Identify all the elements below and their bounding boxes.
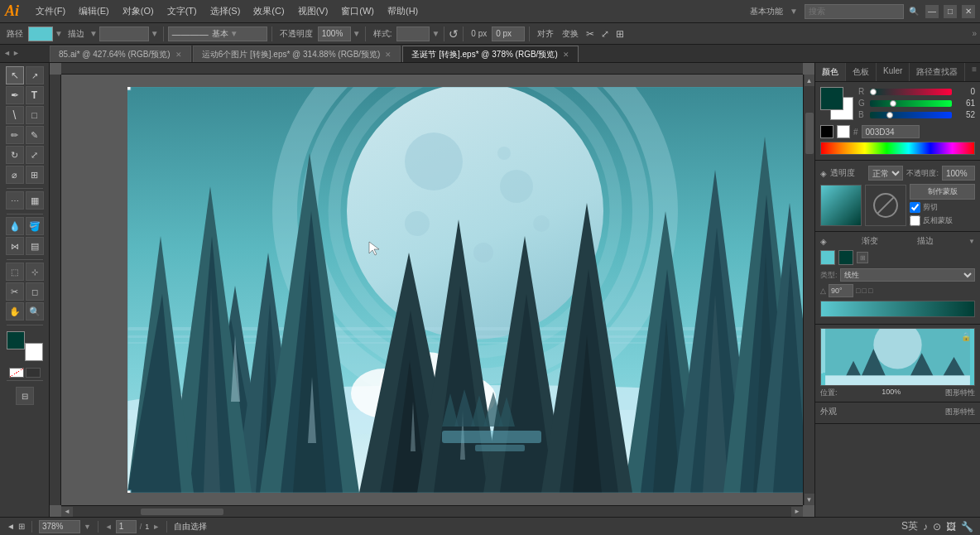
option-box-3[interactable]: □ [868,287,872,295]
prev-page-btn[interactable]: ◄ [105,523,113,531]
blend-mode-select[interactable]: 正常 [868,166,903,181]
scroll-left-btn[interactable]: ◄ [61,507,73,517]
zoom-tool[interactable]: 🔍 [26,302,44,321]
status-icon-5[interactable]: 🔧 [961,521,973,533]
tab-1[interactable]: 85.ai* @ 427.64% (RGB/预览) ✕ [50,46,191,62]
scrollbar-vertical[interactable]: ▲ ▼ [803,75,814,505]
scrollbar-horizontal[interactable]: ◄ ► [61,505,803,517]
status-icon-4[interactable]: 🖼 [946,521,956,533]
paint-bucket-tool[interactable]: 🪣 [26,217,44,235]
tab-1-close[interactable]: ✕ [175,51,182,59]
scroll-right-btn[interactable]: ► [791,507,803,517]
rotate-tool[interactable]: ↻ [6,146,24,164]
menu-file[interactable]: 文件(F) [29,3,72,19]
artboard-panel-btn[interactable]: ⊟ [16,387,34,405]
background-color-swatch[interactable] [25,343,43,361]
panel-toggle[interactable]: » [972,29,977,38]
value-arrow[interactable]: ▼ [151,29,159,38]
swatches-tab[interactable]: 色板 [846,63,877,81]
free-transform-tool[interactable]: ⊞ [26,166,44,184]
hand-tool[interactable]: ✋ [6,302,24,321]
scroll-down-btn[interactable]: ▼ [805,494,814,505]
expand-icon[interactable]: ⤢ [598,28,612,40]
g-slider[interactable] [870,100,952,107]
zoom-arrow[interactable]: ▼ [84,523,91,531]
pathfinder-tab[interactable]: 路径查找器 [910,63,965,81]
opacity-arrow[interactable]: ▼ [353,29,361,38]
appearance-title[interactable]: 外观 图形特性 [820,406,975,417]
b-handle[interactable] [886,112,893,118]
status-icon-2[interactable]: ♪ [923,521,928,533]
live-paint-tool[interactable]: ▤ [26,237,44,255]
b-slider[interactable] [870,112,952,118]
status-icon-1[interactable]: S英 [901,519,918,533]
r-slider[interactable] [870,89,952,95]
hex-black-swatch[interactable] [820,125,833,138]
symbol-tool[interactable]: ⋯ [6,191,24,210]
menu-select[interactable]: 选择(S) [204,3,247,19]
panel-menu-btn[interactable]: ≡ [968,63,980,81]
angle-input[interactable] [829,284,853,297]
eraser-tool[interactable]: ◻ [26,282,44,301]
h-scroll-thumb[interactable] [141,508,223,515]
scissors-tool[interactable]: ✂ [6,282,24,301]
option-box-2[interactable]: □ [862,287,866,295]
brush-tool[interactable]: ✏ [6,126,24,144]
none-swatch[interactable] [9,368,24,378]
maximize-button[interactable]: □ [944,5,957,18]
menu-view[interactable]: 视图(V) [291,3,335,19]
stroke-value-box[interactable] [99,27,149,41]
scale-tool[interactable]: ⤢ [26,146,44,164]
type-tool[interactable]: T [26,86,44,104]
menu-object[interactable]: 对象(O) [116,3,161,19]
stroke-small-swatch[interactable] [26,368,41,378]
grad-color-1[interactable] [820,250,835,265]
menu-type[interactable]: 文字(T) [161,3,204,19]
gradient-type-select[interactable]: 线性 径向 [840,268,975,282]
warp-tool[interactable]: ⌀ [6,166,24,184]
v-scroll-thumb[interactable] [805,113,814,154]
hex-input[interactable] [862,125,920,138]
status-icon-3[interactable]: ⊙ [933,521,941,533]
grad-options-btn[interactable]: ⊞ [857,252,868,263]
shape-tool[interactable]: □ [26,106,44,124]
graph-tool[interactable]: ▦ [26,191,44,210]
stroke-arrow[interactable]: ▼ [55,29,63,38]
stroke-color-swatch[interactable] [28,27,53,41]
pencil-tool[interactable]: ✎ [26,126,44,144]
line-tool[interactable]: \ [6,106,24,124]
slice-tool[interactable]: ⊹ [26,263,44,281]
invert-checkbox[interactable] [910,215,920,226]
grad-color-2[interactable] [838,250,853,265]
g-handle[interactable] [890,100,896,107]
menu-window[interactable]: 窗口(W) [334,3,381,19]
select-tool[interactable]: ↖ [6,66,24,84]
tab-3-close[interactable]: ✕ [563,51,569,59]
zoom-input[interactable] [39,520,80,533]
tab-2[interactable]: 运动6个图片 [转换].eps* @ 314.88% (RGB/预览) ✕ [193,46,401,62]
scroll-up-btn[interactable]: ▲ [805,75,814,86]
rotate-icon[interactable]: ↺ [449,27,459,41]
search-input[interactable] [805,4,904,19]
blend-tool[interactable]: ⋈ [6,237,24,255]
clip-checkbox[interactable] [910,202,920,213]
opacity-value[interactable]: 100% [318,27,351,41]
tab-3[interactable]: 圣诞节 [转换].eps* @ 378% (RGB/预览) ✕ [402,46,578,62]
menu-edit[interactable]: 编辑(E) [72,3,116,19]
spectrum-bar[interactable] [820,142,975,155]
pen-tool[interactable]: ✒ [6,86,24,104]
nav-left-icon[interactable]: ◄ [7,522,15,531]
style-box[interactable] [396,27,430,41]
kuler-tab[interactable]: Kuler [877,63,910,81]
eyedropper-tool[interactable]: 💧 [6,217,24,235]
fg-color-square[interactable] [820,87,843,110]
artwork-canvas[interactable] [127,87,803,493]
hex-white-swatch[interactable] [837,125,850,138]
r-handle[interactable] [870,89,877,95]
stroke-weight-box[interactable]: 0 px [492,27,525,41]
direct-select-tool[interactable]: ↗ [26,66,44,84]
tab-2-close[interactable]: ✕ [385,51,392,59]
make-mask-btn[interactable]: 制作蒙版 [910,184,975,200]
minimize-button[interactable]: — [925,5,939,18]
style-arrow[interactable]: ▼ [431,29,440,38]
